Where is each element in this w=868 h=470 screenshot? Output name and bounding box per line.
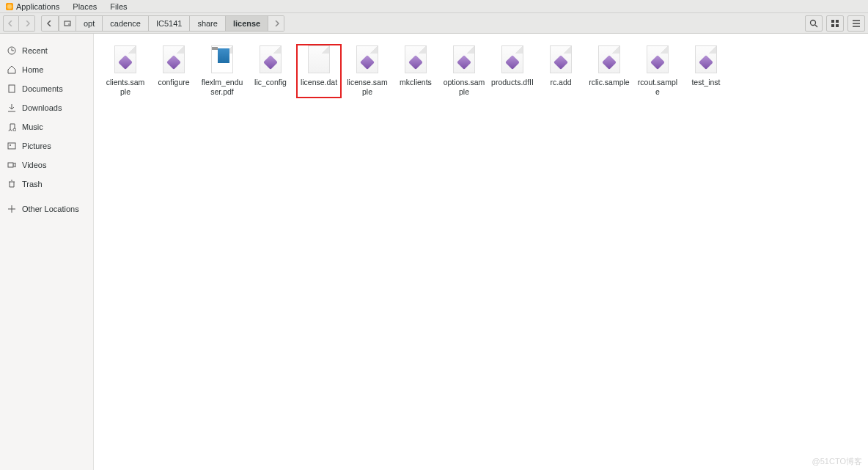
svg-point-1 (68, 23, 70, 25)
forward-button[interactable] (19, 15, 35, 32)
executable-file-icon (499, 45, 526, 75)
sidebar-item-label: Documents (22, 84, 63, 93)
sidebar-item-pictures[interactable]: Pictures (0, 136, 93, 155)
sidebar-item-music[interactable]: Music (0, 117, 93, 136)
file-label: lic_config (249, 78, 292, 87)
breadcrumb-overflow-left[interactable] (41, 15, 59, 32)
executable-file-icon (161, 45, 187, 75)
menu-files[interactable]: Files (110, 2, 127, 11)
file-item[interactable]: test_inst (683, 44, 729, 98)
sidebar-item-label: Recent (22, 46, 48, 55)
file-item[interactable]: configure (151, 44, 196, 98)
file-manager-toolbar: opt cadence IC5141 share license (0, 13, 868, 34)
file-label: mkclients (394, 78, 437, 87)
breadcrumb-share[interactable]: share (190, 15, 226, 32)
file-label: rcout.sample (636, 78, 679, 97)
file-label: flexlm_enduser.pdf (201, 78, 243, 97)
back-button[interactable] (3, 15, 19, 32)
executable-file-icon (257, 45, 284, 75)
breadcrumb-opt[interactable]: opt (76, 15, 103, 32)
gnome-foot-icon (6, 3, 13, 10)
file-label: rc.add (540, 78, 582, 87)
sidebar-item-documents[interactable]: Documents (0, 79, 93, 98)
hamburger-menu-button[interactable] (847, 15, 865, 32)
svg-rect-15 (8, 163, 13, 167)
sidebar-item-label: Downloads (22, 103, 62, 112)
sidebar-item-videos[interactable]: Videos (0, 155, 93, 175)
file-item[interactable]: rc.add (538, 44, 584, 98)
sidebar-item-home[interactable]: Home (0, 60, 93, 79)
pdf-file-icon (209, 45, 235, 75)
picture-icon (7, 142, 16, 150)
executable-file-icon (112, 45, 139, 75)
sidebar-item-label: Home (22, 65, 43, 74)
executable-file-icon (451, 45, 477, 75)
home-icon (7, 65, 16, 74)
text-file-icon (306, 45, 332, 75)
view-grid-button[interactable] (826, 15, 844, 32)
file-label: license.sample (346, 78, 389, 97)
trash-icon (7, 180, 16, 188)
executable-file-icon (596, 45, 622, 75)
sidebar: Recent Home Documents Downloads Music Pi… (0, 34, 94, 470)
breadcrumb-overflow-right[interactable] (268, 15, 284, 32)
file-item[interactable]: rclic.sample (586, 44, 632, 98)
file-item[interactable]: lic_config (248, 44, 293, 98)
video-icon (7, 161, 16, 169)
svg-point-2 (811, 20, 816, 25)
search-button[interactable] (805, 15, 823, 32)
file-label: products.dfII (491, 78, 534, 87)
watermark: @51CTO博客 (812, 456, 862, 467)
executable-file-icon (354, 45, 380, 75)
document-icon (7, 84, 16, 93)
svg-rect-13 (8, 143, 15, 149)
main-pane: Recent Home Documents Downloads Music Pi… (0, 34, 868, 470)
file-item[interactable]: options.sample (441, 44, 487, 98)
breadcrumb-drive-icon[interactable] (59, 15, 76, 32)
executable-file-icon (693, 45, 719, 75)
file-item[interactable]: products.dfII (490, 44, 535, 98)
svg-rect-4 (831, 20, 834, 23)
sidebar-item-recent[interactable]: Recent (0, 41, 93, 60)
clock-icon (7, 46, 16, 55)
plus-icon (7, 205, 16, 213)
music-icon (7, 122, 16, 131)
file-label: test_inst (685, 78, 727, 87)
breadcrumb-cadence[interactable]: cadence (103, 15, 149, 32)
executable-file-icon (548, 45, 574, 75)
file-label: configure (152, 78, 195, 87)
sidebar-item-label: Videos (22, 161, 46, 169)
file-item[interactable]: flexlm_enduser.pdf (199, 44, 245, 98)
file-item[interactable]: mkclients (393, 44, 438, 98)
sidebar-item-label: Other Locations (22, 205, 79, 213)
file-item[interactable]: license.sample (345, 44, 390, 98)
file-item[interactable]: rcout.sample (635, 44, 680, 98)
download-icon (7, 103, 16, 112)
menu-places[interactable]: Places (73, 2, 97, 11)
breadcrumb-license[interactable]: license (226, 15, 268, 32)
executable-file-icon (402, 45, 429, 75)
executable-file-icon (644, 45, 671, 75)
file-label: license.dat (298, 78, 340, 87)
breadcrumb-ic5141[interactable]: IC5141 (149, 15, 190, 32)
sidebar-item-other-locations[interactable]: Other Locations (0, 199, 93, 219)
sidebar-item-label: Pictures (22, 142, 51, 150)
svg-rect-0 (65, 21, 70, 26)
sidebar-item-downloads[interactable]: Downloads (0, 98, 93, 117)
svg-rect-7 (836, 24, 839, 27)
svg-line-3 (815, 25, 817, 27)
file-grid[interactable]: clients.sampleconfigureflexlm_enduser.pd… (94, 34, 868, 470)
svg-rect-6 (831, 24, 834, 27)
file-label: options.sample (443, 78, 485, 97)
sidebar-item-trash[interactable]: Trash (0, 175, 93, 194)
menu-applications[interactable]: Applications (16, 2, 59, 11)
file-label: clients.sample (104, 78, 147, 97)
gnome-menubar: Applications Places Files (0, 0, 868, 13)
file-item[interactable]: license.dat (296, 44, 342, 98)
svg-rect-12 (9, 85, 15, 92)
file-item[interactable]: clients.sample (103, 44, 148, 98)
svg-point-14 (10, 144, 11, 146)
sidebar-item-label: Music (22, 122, 43, 131)
path-breadcrumb: opt cadence IC5141 share license (41, 15, 284, 32)
file-label: rclic.sample (588, 78, 630, 87)
